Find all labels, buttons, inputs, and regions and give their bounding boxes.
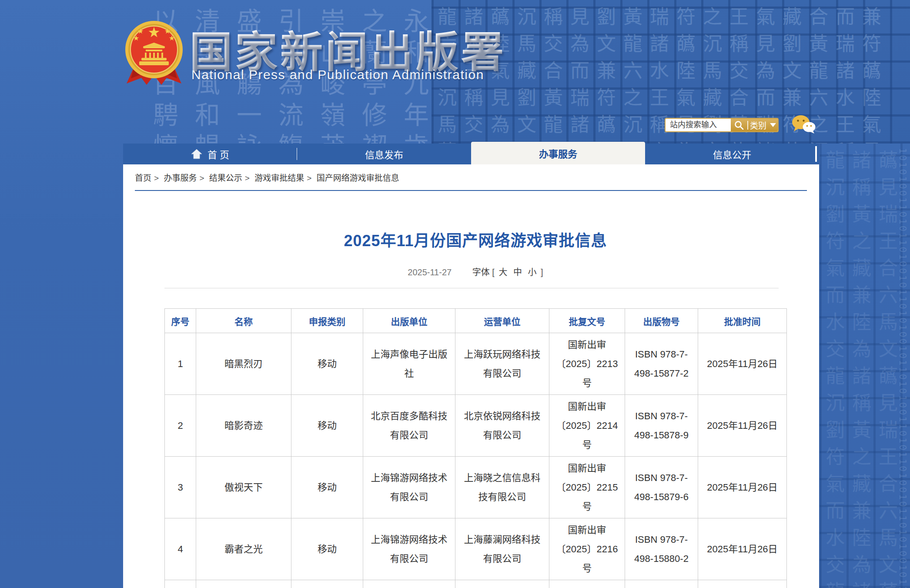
breadcrumb-separator: > [199,174,204,183]
table-cell: 2025年11月26日 [698,395,787,457]
table-cell: 国新出审〔2025〕2216号 [549,518,625,580]
category-dropdown[interactable]: 类别 [748,119,778,131]
font-size-label: 字体 [472,267,490,277]
table-cell: 北京依锐网络科技有限公司 [455,395,549,457]
search-icon [734,120,744,130]
wechat-button[interactable] [791,114,816,136]
breadcrumb-underline [135,190,807,191]
table-cell: 2025年11月26日 [698,518,787,580]
table-cell: 2025年11月26日 [698,333,787,395]
table-cell: 移动 [291,333,363,395]
table-cell: 3 [165,457,196,518]
column-header: 名称 [196,309,291,333]
search-button[interactable] [731,119,747,131]
table-row-clipped [165,580,787,588]
main-navigation: 首 页 信息发布 办事服务 信息公开 [123,144,819,164]
site-subtitle: National Press and Publication Administr… [191,67,484,82]
publish-date: 2025-11-27 [408,267,452,277]
font-size-large[interactable]: 大 [497,267,509,277]
table-cell: 上海锦游网络技术有限公司 [363,457,455,518]
table-cell [698,580,787,588]
table-row: 2 暗影奇迹 移动 北京百度多酷科技有限公司 北京依锐网络科技有限公司 国新出审… [165,395,787,457]
font-bracket-close: ] [541,267,543,277]
table-cell: 2 [165,395,196,457]
table-cell: 霸者之光 [196,518,291,580]
table-cell: 国新出审〔2025〕2214号 [549,395,625,457]
nav-item-news[interactable]: 信息发布 [297,144,471,164]
font-bracket-open: [ [492,267,495,277]
table-row: 4 霸者之光 移动 上海锦游网络技术有限公司 上海藤澜网络科技有限公司 国新出审… [165,518,787,580]
table-cell: 暗黑烈刃 [196,333,291,395]
national-emblem-logo [123,18,185,90]
nav-end-divider [815,146,817,162]
table-row: 1 暗黑烈刃 移动 上海声像电子出版社 上海跃玩网络科技有限公司 国新出审〔20… [165,333,787,395]
column-header: 出版物号 [625,309,698,333]
table-cell: ISBN 978-7-498-15879-6 [625,457,698,518]
table-cell: 国新出审〔2025〕2215号 [549,457,625,518]
font-size-medium[interactable]: 中 [512,267,524,277]
column-header: 批准时间 [698,309,787,333]
table-cell: 暗影奇迹 [196,395,291,457]
chevron-down-icon [770,123,776,127]
nav-item-label: 办事服务 [539,146,577,160]
table-cell: 4 [165,518,196,580]
breadcrumb-link-game-approval[interactable]: 游戏审批结果 [254,174,304,183]
table-header-row: 序号 名称 申报类别 出版单位 运营单位 批复文号 出版物号 批准时间 [165,309,787,333]
table-cell: 上海锦游网络技术有限公司 [363,518,455,580]
table-cell: 移动 [291,518,363,580]
table-cell: 国新出审〔2025〕2213号 [549,333,625,395]
binary-watermark: 1010100110101101001011010100101101010011… [859,148,910,588]
breadcrumb-separator: > [154,174,159,183]
category-label: 类别 [750,119,766,131]
meta-divider [164,288,779,288]
column-header: 出版单位 [363,309,455,333]
table-cell [196,580,291,588]
table-cell: ISBN 978-7-498-15877-2 [625,333,698,395]
table-cell: ISBN 978-7-498-15878-9 [625,395,698,457]
font-size-small[interactable]: 小 [526,267,539,277]
breadcrumb-current: 国产网络游戏审批信息 [317,174,399,183]
search-controls: 类别 [731,119,778,131]
breadcrumb-link-results[interactable]: 结果公示 [209,174,242,183]
table-cell [455,580,549,588]
table-cell [363,580,455,588]
table-cell: 上海晓之信信息科技有限公司 [455,457,549,518]
content-panel: 首页> 办事服务> 结果公示> 游戏审批结果> 国产网络游戏审批信息 2025年… [123,164,819,588]
table-cell: 傲视天下 [196,457,291,518]
nav-item-label: 信息发布 [365,147,403,161]
search-input[interactable] [666,119,731,131]
approval-table: 序号 名称 申报类别 出版单位 运营单位 批复文号 出版物号 批准时间 1 暗黑… [164,308,787,588]
table-cell: 移动 [291,395,363,457]
breadcrumb: 首页> 办事服务> 结果公示> 游戏审批结果> 国产网络游戏审批信息 [135,171,402,183]
nav-item-home[interactable]: 首 页 [123,144,297,164]
column-header: 批复文号 [549,309,625,333]
site-search-bar: 类别 [665,118,779,132]
table-cell: 上海藤澜网络科技有限公司 [455,518,549,580]
breadcrumb-separator: > [245,174,250,183]
breadcrumb-link-home[interactable]: 首页 [135,174,151,183]
table-cell [165,580,196,588]
column-header: 运营单位 [455,309,549,333]
table-cell [625,580,698,588]
table-row: 3 傲视天下 移动 上海锦游网络技术有限公司 上海晓之信信息科技有限公司 国新出… [165,457,787,518]
breadcrumb-link-services[interactable]: 办事服务 [164,174,197,183]
column-header: 申报类别 [291,309,363,333]
nav-item-services[interactable]: 办事服务 [471,142,645,164]
table-cell [549,580,625,588]
breadcrumb-separator: > [307,174,311,183]
home-icon [191,149,202,159]
table-cell: 1 [165,333,196,395]
nav-item-disclosure[interactable]: 信息公开 [645,144,819,164]
nav-item-label: 信息公开 [713,147,751,161]
article-meta: 2025-11-27 字体 [ 大 中 小 ] [164,265,786,278]
table-cell: 上海声像电子出版社 [363,333,455,395]
nav-item-label: 首 页 [207,147,229,161]
table-cell: ISBN 978-7-498-15880-2 [625,518,698,580]
table-cell: 上海跃玩网络科技有限公司 [455,333,549,395]
table-cell: 2025年11月26日 [698,457,787,518]
wechat-icon [791,114,816,134]
table-cell [291,580,363,588]
table-cell: 北京百度多酷科技有限公司 [363,395,455,457]
table-cell: 移动 [291,457,363,518]
column-header: 序号 [165,309,196,333]
